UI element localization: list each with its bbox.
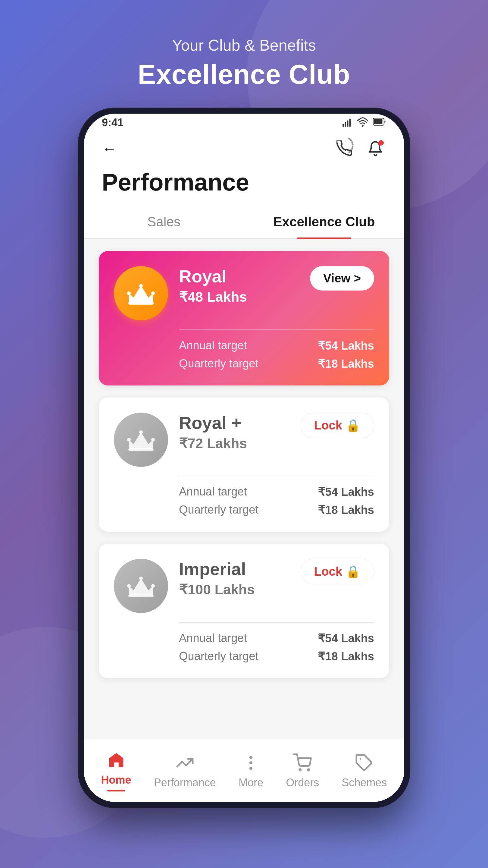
tab-sales[interactable]: Sales [84, 205, 244, 239]
svg-point-15 [139, 430, 143, 434]
header-subtitle: Your Club & Benefits [138, 36, 350, 54]
imperial-crown-icon [126, 571, 156, 601]
notification-badge [378, 140, 384, 146]
royal-crown-circle [114, 266, 168, 320]
imperial-card-amount: ₹100 Lakhs [179, 581, 301, 598]
royal-plus-crown-circle [114, 412, 168, 467]
nav-performance[interactable]: Performance [148, 749, 222, 792]
imperial-quarterly-value: ₹18 Lakhs [276, 650, 374, 663]
imperial-card: Imperial ₹100 Lakhs Lock 🔒 Annual target… [99, 544, 389, 678]
svg-point-16 [151, 438, 155, 441]
phone-button[interactable] [334, 138, 355, 159]
royal-quarterly-label: Quarterly target [179, 357, 276, 370]
notification-button[interactable] [364, 138, 386, 159]
royal-card-top-row: Royal ₹48 Lakhs View > [179, 266, 374, 311]
svg-point-22 [250, 762, 252, 764]
imperial-divider [179, 622, 374, 623]
imperial-lock-button[interactable]: Lock 🔒 [301, 559, 374, 584]
nav-orders[interactable]: Orders [280, 749, 325, 792]
svg-rect-0 [343, 124, 344, 127]
royal-plus-quarterly-value: ₹18 Lakhs [276, 503, 374, 517]
royal-plus-card-name: Royal + [179, 412, 301, 433]
svg-point-23 [250, 756, 252, 758]
performance-icon [175, 753, 194, 772]
status-bar: 9:41 [84, 114, 404, 132]
svg-point-11 [151, 291, 155, 295]
royal-card-info: Royal ₹48 Lakhs [179, 266, 310, 311]
svg-point-21 [151, 584, 155, 588]
page-header: Your Club & Benefits Excellence Club [138, 36, 350, 90]
svg-rect-6 [374, 119, 382, 124]
tab-excellence-club[interactable]: Excellence Club [244, 205, 404, 239]
schemes-nav-icon [354, 752, 375, 773]
royal-card-amount: ₹48 Lakhs [179, 289, 310, 305]
orders-icon [293, 753, 312, 772]
svg-point-25 [299, 769, 301, 770]
royal-card-main-row: Royal ₹48 Lakhs View > [114, 266, 374, 320]
royal-view-button[interactable]: View > [310, 266, 374, 290]
svg-point-20 [139, 577, 143, 580]
home-icon [107, 751, 126, 770]
nav-more[interactable]: More [233, 749, 269, 792]
royal-plus-quarterly-label: Quarterly target [179, 503, 276, 517]
svg-point-26 [308, 769, 310, 770]
signal-icon [341, 117, 352, 128]
royal-plus-divider [179, 476, 374, 476]
home-nav-label: Home [101, 774, 131, 786]
royal-quarterly-value: ₹18 Lakhs [276, 357, 374, 370]
orders-nav-icon [292, 752, 313, 773]
imperial-targets: Annual target ₹54 Lakhs Quarterly target… [179, 632, 374, 663]
more-icon [241, 753, 260, 772]
royal-plus-lock-button[interactable]: Lock 🔒 [301, 412, 374, 438]
royal-plus-card-amount: ₹72 Lakhs [179, 435, 301, 452]
royal-plus-annual-value: ₹54 Lakhs [276, 485, 374, 498]
call-waves-icon [334, 138, 355, 159]
svg-rect-8 [128, 302, 154, 305]
royal-card-name: Royal [179, 266, 310, 286]
home-active-indicator [107, 790, 125, 792]
svg-point-9 [127, 291, 131, 295]
royal-annual-label: Annual target [179, 339, 276, 352]
more-nav-icon [240, 752, 261, 773]
header-title: Excellence Club [138, 59, 350, 90]
imperial-quarterly-label: Quarterly target [179, 650, 276, 663]
time-display: 9:41 [102, 116, 124, 129]
royal-plus-annual-label: Annual target [179, 485, 276, 498]
royal-plus-lock-label: Lock 🔒 [314, 418, 361, 433]
status-icons [341, 117, 386, 128]
royal-targets: Annual target ₹54 Lakhs Quarterly target… [179, 339, 374, 370]
royal-annual-value: ₹54 Lakhs [276, 339, 374, 352]
svg-marker-17 [129, 578, 153, 595]
royal-plus-card-top-row: Royal + ₹72 Lakhs Lock 🔒 [179, 412, 374, 458]
royal-plus-card-info: Royal + ₹72 Lakhs [179, 412, 301, 458]
imperial-annual-value: ₹54 Lakhs [276, 632, 374, 645]
svg-point-19 [127, 584, 131, 588]
svg-rect-1 [345, 122, 347, 127]
svg-marker-12 [129, 432, 153, 449]
nav-home[interactable]: Home [95, 747, 137, 795]
back-button[interactable]: ← [102, 141, 117, 156]
phone-screen: 9:41 ← [84, 114, 404, 802]
bottom-nav: Home Performance [84, 739, 404, 802]
svg-point-24 [250, 767, 252, 769]
content-area: Royal ₹48 Lakhs View > Annual target ₹54… [84, 239, 404, 739]
battery-icon [373, 117, 386, 128]
wifi-icon [357, 117, 368, 128]
imperial-card-top-row: Imperial ₹100 Lakhs Lock 🔒 [179, 559, 374, 604]
svg-rect-2 [347, 121, 349, 127]
app-header: ← [84, 132, 404, 205]
nav-schemes[interactable]: Schemes [335, 749, 393, 792]
svg-rect-3 [350, 119, 351, 127]
performance-nav-icon [174, 752, 195, 773]
app-header-top: ← [102, 138, 386, 159]
phone-frame: 9:41 ← [78, 108, 410, 807]
imperial-card-main-row: Imperial ₹100 Lakhs Lock 🔒 [114, 559, 374, 613]
header-icons [334, 138, 386, 159]
royal-card: Royal ₹48 Lakhs View > Annual target ₹54… [99, 251, 389, 385]
royal-plus-targets: Annual target ₹54 Lakhs Quarterly target… [179, 485, 374, 517]
home-nav-icon [106, 749, 127, 771]
royal-divider [179, 330, 374, 330]
imperial-card-name: Imperial [179, 559, 301, 579]
schemes-icon [355, 753, 373, 772]
imperial-card-info: Imperial ₹100 Lakhs [179, 559, 301, 604]
